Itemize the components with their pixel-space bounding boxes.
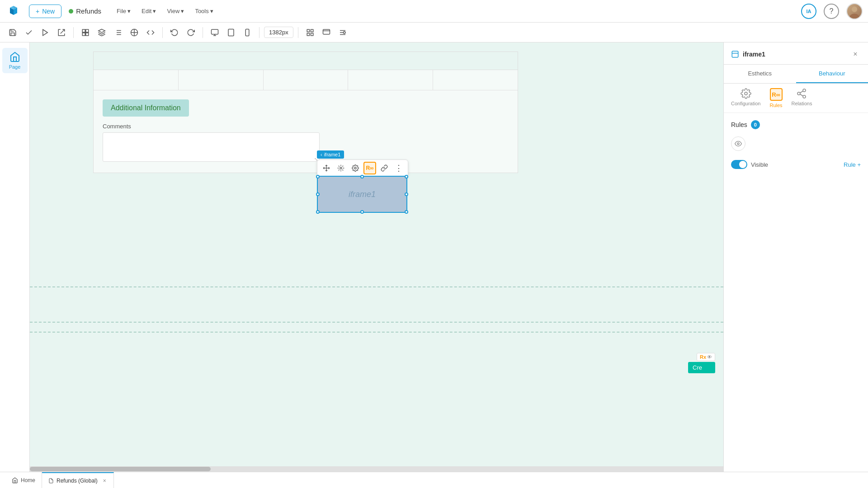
tab-behaviour[interactable]: Behaviour <box>796 65 868 83</box>
iframe-widget[interactable]: ‹ iframe1 <box>317 176 407 213</box>
close-tab-button[interactable]: × <box>102 478 107 484</box>
logo[interactable] <box>5 3 22 19</box>
refunds-tab-label: Refunds (Global) <box>57 478 98 484</box>
svg-point-1 <box>849 14 859 19</box>
table-cell <box>94 70 179 90</box>
page-icon <box>48 478 54 483</box>
dashed-line-1 <box>30 286 723 287</box>
handle-bl[interactable] <box>316 210 320 214</box>
sidebar-item-page[interactable]: Page <box>2 48 28 73</box>
subtab-configuration[interactable]: Configuration <box>731 88 760 108</box>
nav-tools[interactable]: Tools ▾ <box>190 5 217 17</box>
tab-esthetics[interactable]: Esthetics <box>724 65 796 83</box>
components-button[interactable] <box>78 25 93 40</box>
section-title: Additional Information <box>103 99 189 117</box>
question-icon: ? <box>830 7 834 15</box>
separator1 <box>73 27 74 38</box>
new-button-label: New <box>42 8 55 15</box>
create-button-small[interactable]: Cre <box>688 362 715 373</box>
rule-add-button[interactable]: Rule + <box>844 161 861 168</box>
shape-button[interactable] <box>127 25 142 40</box>
visible-toggle[interactable] <box>731 160 747 169</box>
redo-button[interactable] <box>184 25 198 40</box>
svg-point-34 <box>354 167 356 169</box>
subtab-config-label: Configuration <box>731 101 760 106</box>
table-cell <box>433 70 518 90</box>
settings-widget-button[interactable] <box>349 162 362 174</box>
style-button[interactable] <box>335 162 347 174</box>
iframe-box-label: iframe1 <box>349 190 376 199</box>
move-button[interactable] <box>320 162 333 174</box>
handle-tr[interactable] <box>405 175 408 178</box>
window-button[interactable] <box>319 25 334 40</box>
subtab-rules[interactable]: R∞ Rules <box>769 88 782 108</box>
visible-label: Visible <box>751 161 768 168</box>
layers-button[interactable] <box>94 25 109 40</box>
panel-title: iframe1 <box>731 50 765 58</box>
handle-br[interactable] <box>405 210 408 214</box>
save-button[interactable] <box>5 25 20 40</box>
svg-rect-23 <box>311 29 313 32</box>
separator5 <box>298 27 298 38</box>
panel-tabs: Esthetics Behaviour <box>724 65 868 84</box>
link-button[interactable] <box>378 162 391 174</box>
mobile-view-button[interactable] <box>240 25 255 40</box>
zoom-display[interactable]: 1382px <box>264 27 293 38</box>
separator3 <box>203 27 203 38</box>
subtab-relations-label: Relations <box>792 101 812 106</box>
data-button[interactable] <box>111 25 125 40</box>
more-button[interactable]: ⋮ <box>392 162 405 174</box>
settings-button[interactable] <box>335 25 350 40</box>
handle-tm[interactable] <box>360 175 364 178</box>
ia-button[interactable]: IA <box>801 4 816 19</box>
user-avatar[interactable] <box>846 3 863 19</box>
rules-count-badge: 0 <box>751 120 760 129</box>
nav-edit[interactable]: Edit ▾ <box>137 5 160 17</box>
visible-row: Visible Rule + <box>731 158 861 171</box>
undo-button[interactable] <box>167 25 182 40</box>
svg-rect-4 <box>86 29 89 32</box>
eye-circle <box>731 136 745 151</box>
panel-close-button[interactable]: × <box>850 49 861 60</box>
canvas-area[interactable]: Additional Information Comments ⤡ ‹ ifra… <box>30 42 723 472</box>
chevron-down-icon: ▾ <box>153 8 156 14</box>
nav-view[interactable]: View ▾ <box>162 5 189 17</box>
rx-badge-small: Rx 👁 <box>697 353 715 361</box>
scroll-thumb[interactable] <box>30 467 211 471</box>
table-row-1 <box>94 70 518 90</box>
handle-ml[interactable] <box>316 192 320 196</box>
comments-textarea[interactable] <box>103 132 320 162</box>
iframe-box: iframe1 <box>317 176 407 213</box>
play-button[interactable] <box>38 25 52 40</box>
iframe-toolbar: R∞ ⋮ <box>317 160 408 177</box>
tablet-view-button[interactable] <box>224 25 238 40</box>
table-cell <box>348 70 433 90</box>
svg-point-42 <box>737 143 739 145</box>
check-button[interactable] <box>22 25 36 40</box>
handle-mr[interactable] <box>405 192 408 196</box>
home-tab[interactable]: Home <box>5 472 42 488</box>
svg-marker-7 <box>99 29 105 33</box>
page-name: Refunds <box>76 7 101 15</box>
chevron-down-icon: ▾ <box>210 8 213 14</box>
handle-tl[interactable] <box>316 175 320 178</box>
panel-title-label: iframe1 <box>743 51 765 58</box>
rules-label: Rules <box>731 121 747 128</box>
rules-widget-button[interactable]: R∞ <box>363 162 376 174</box>
horizontal-scrollbar[interactable] <box>30 466 723 472</box>
nav-file[interactable]: File ▾ <box>112 5 135 17</box>
code-button[interactable] <box>143 25 158 40</box>
svg-rect-5 <box>82 33 85 35</box>
export-button[interactable] <box>54 25 69 40</box>
subtab-relations[interactable]: Relations <box>792 88 812 108</box>
grid-button[interactable] <box>303 25 317 40</box>
handle-bm[interactable] <box>360 210 364 214</box>
chevron-down-icon: ▾ <box>181 8 184 14</box>
refunds-tab[interactable]: Refunds (Global) × <box>42 472 114 488</box>
help-button[interactable]: ? <box>824 4 839 19</box>
new-button[interactable]: + New <box>29 5 61 18</box>
panel-body: Rules 0 Visible Rule + <box>724 113 868 472</box>
svg-line-41 <box>800 91 803 93</box>
desktop-view-button[interactable] <box>208 25 222 40</box>
iframe-label-chip: ‹ iframe1 <box>317 150 344 159</box>
